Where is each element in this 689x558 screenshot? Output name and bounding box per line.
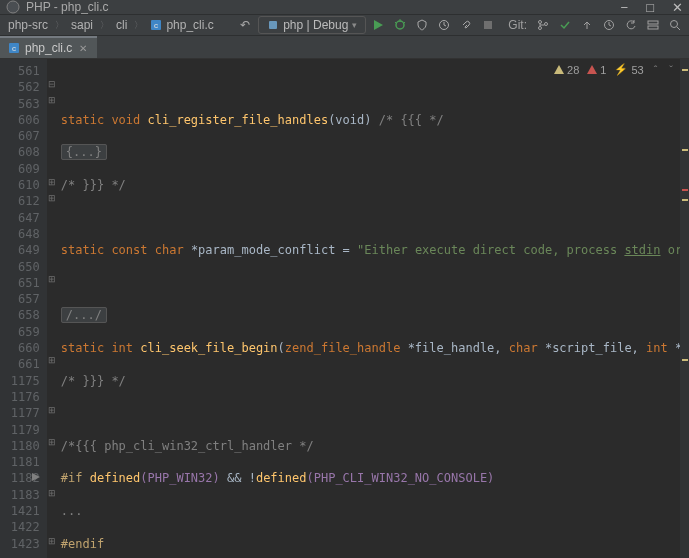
code-editor[interactable]: 28 1 ⚡ 53 ˆ ˇ 561 562 563 606 607 608 60… (0, 59, 689, 558)
line-number[interactable]: 658 (0, 307, 40, 323)
line-number[interactable]: 1179 (0, 422, 40, 438)
fold-toggle-icon[interactable]: ⊞ (47, 193, 57, 203)
git-branch-icon[interactable] (533, 15, 553, 35)
next-highlight-icon[interactable]: ˇ (667, 64, 675, 76)
breadcrumb-seg-0[interactable]: php-src (4, 16, 52, 34)
git-push-icon[interactable] (577, 15, 597, 35)
code-line[interactable] (61, 79, 680, 95)
warning-marker[interactable] (682, 69, 688, 71)
fold-toggle-icon[interactable]: ⊞ (47, 177, 57, 187)
errors-badge[interactable]: 1 (587, 64, 606, 76)
tab-php-cli-c[interactable]: c php_cli.c ✕ (0, 36, 97, 58)
line-number[interactable]: 610 (0, 177, 40, 193)
code-line[interactable]: /.../ (61, 307, 680, 323)
fold-chip[interactable]: {...} (61, 144, 107, 160)
git-commit-icon[interactable] (555, 15, 575, 35)
fold-toggle-icon[interactable]: ⊞ (47, 95, 57, 105)
rollback-icon[interactable] (621, 15, 641, 35)
line-number[interactable]: 660 (0, 340, 40, 356)
search-everywhere-icon[interactable] (643, 15, 663, 35)
code-line[interactable]: /*{{{ php_cli_win32_ctrl_handler */ (61, 438, 680, 454)
line-number[interactable]: 661 (0, 356, 40, 372)
line-number[interactable]: 1175 (0, 373, 40, 389)
fold-toggle-icon[interactable]: ⊞ (47, 405, 57, 415)
close-icon[interactable]: ✕ (77, 43, 89, 54)
fold-chip[interactable]: /.../ (61, 307, 107, 323)
svg-rect-3 (269, 21, 277, 29)
code-line[interactable]: static int cli_seek_file_begin(zend_file… (61, 340, 680, 356)
error-marker[interactable] (682, 189, 688, 191)
line-number[interactable]: 1177 (0, 405, 40, 421)
line-number[interactable]: 650 (0, 259, 40, 275)
maximize-button[interactable]: □ (646, 1, 654, 14)
code-line[interactable] (61, 275, 680, 291)
line-number[interactable]: 648 (0, 226, 40, 242)
warnings-badge[interactable]: 28 (554, 64, 579, 76)
prev-highlight-icon[interactable]: ˆ (652, 64, 660, 76)
fold-toggle-icon[interactable]: ⊞ (47, 437, 57, 447)
fold-toggle-icon[interactable]: ⊞ (47, 355, 57, 365)
code-line[interactable] (61, 210, 680, 226)
code-line[interactable]: static const char *param_mode_conflict =… (61, 242, 680, 258)
warning-marker[interactable] (682, 199, 688, 201)
breadcrumb-seg-1[interactable]: sapi (67, 16, 97, 34)
line-number[interactable]: 608 (0, 144, 40, 160)
gutter[interactable]: 561 562 563 606 607 608 609 610 612 647 … (0, 59, 46, 558)
inspection-summary[interactable]: 28 1 ⚡ 53 ˆ ˇ (554, 63, 675, 76)
profile-button[interactable] (434, 15, 454, 35)
line-number[interactable]: 562 (0, 79, 40, 95)
stop-button[interactable] (478, 15, 498, 35)
coverage-button[interactable] (412, 15, 432, 35)
fold-toggle-icon[interactable]: ⊞ (47, 488, 57, 498)
line-number[interactable]: 612 (0, 193, 40, 209)
editor-tabs: c php_cli.c ✕ (0, 36, 689, 59)
line-number[interactable]: 659 (0, 324, 40, 340)
code-line[interactable]: {...} (61, 144, 680, 160)
line-number[interactable]: 609 (0, 161, 40, 177)
fold-strip[interactable]: ⊟ ⊞ ⊞ ⊞ ⊞ ⊞ ⊞ ⊞ ⊞ ⊞ (46, 59, 55, 558)
breadcrumb-seg-file[interactable]: c php_cli.c (146, 16, 217, 34)
line-number[interactable]: 563 (0, 96, 40, 112)
hints-badge[interactable]: ⚡ 53 (614, 63, 643, 76)
line-number[interactable]: 651 (0, 275, 40, 291)
line-number[interactable]: 1423 (0, 536, 40, 552)
line-number[interactable]: 1181 (0, 454, 40, 470)
line-number[interactable]: 657 (0, 291, 40, 307)
code-line[interactable]: static void cli_register_file_handles(vo… (61, 112, 680, 128)
debug-button[interactable] (390, 15, 410, 35)
code-line[interactable] (61, 405, 680, 421)
nav-back-icon[interactable]: ↶ (234, 16, 256, 34)
error-stripe[interactable] (680, 59, 689, 558)
fold-toggle-icon[interactable]: ⊞ (47, 274, 57, 284)
fold-toggle-icon[interactable]: ⊟ (47, 79, 57, 89)
warning-marker[interactable] (682, 359, 688, 361)
run-config-dropdown[interactable]: php | Debug ▾ (258, 16, 366, 34)
code-line[interactable]: #if defined(PHP_WIN32) && !defined(PHP_C… (61, 470, 680, 486)
line-number[interactable]: 1422 (0, 519, 40, 535)
code-body[interactable]: static void cli_register_file_handles(vo… (55, 59, 680, 558)
fold-toggle-icon[interactable]: ⊞ (47, 536, 57, 546)
code-line[interactable]: /* }}} */ (61, 177, 680, 193)
breadcrumb-seg-2[interactable]: cli (112, 16, 131, 34)
line-number[interactable]: 649 (0, 242, 40, 258)
line-number[interactable]: 1180 (0, 438, 40, 454)
code-line[interactable]: /* }}} */ (61, 373, 680, 389)
warning-marker[interactable] (682, 149, 688, 151)
minimize-button[interactable]: − (621, 1, 629, 14)
run-marker-icon[interactable] (31, 472, 41, 482)
run-button[interactable] (368, 15, 388, 35)
line-number[interactable]: 607 (0, 128, 40, 144)
line-number[interactable]: 561 (0, 63, 40, 79)
line-number[interactable]: 1183 (0, 487, 40, 503)
breadcrumb-file-label: php_cli.c (166, 18, 213, 32)
line-number[interactable]: 606 (0, 112, 40, 128)
search-icon[interactable] (665, 15, 685, 35)
line-number[interactable]: 1176 (0, 389, 40, 405)
code-line[interactable]: #endif (61, 536, 680, 552)
history-icon[interactable] (599, 15, 619, 35)
line-number[interactable]: 647 (0, 210, 40, 226)
line-number[interactable]: 1421 (0, 503, 40, 519)
attach-button[interactable] (456, 15, 476, 35)
close-button[interactable]: ✕ (672, 1, 683, 14)
code-line[interactable]: ... (61, 503, 680, 519)
